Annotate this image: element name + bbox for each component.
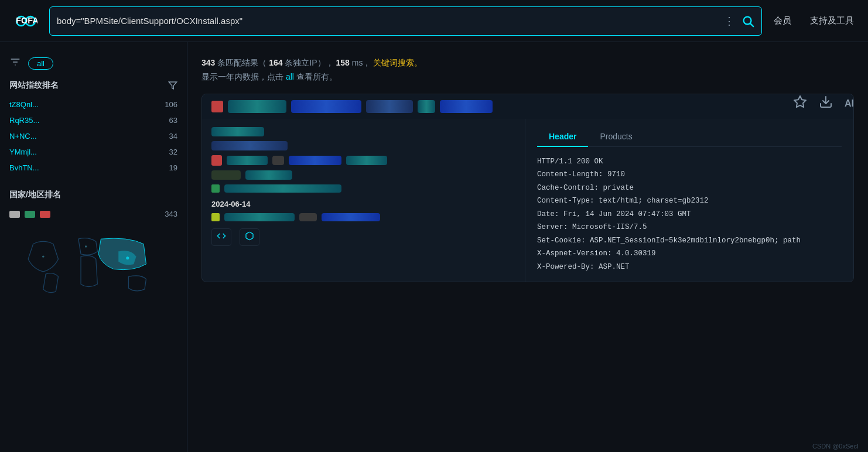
all-link[interactable]: all [286, 72, 294, 81]
tab-products[interactable]: Products [588, 127, 644, 147]
star-button[interactable] [793, 95, 807, 112]
icon-orange [211, 155, 222, 166]
card-row-4 [211, 170, 515, 180]
card-right: Header Products HTTP/1.1 200 OK Content-… [525, 119, 853, 282]
svg-point-11 [85, 245, 87, 247]
header-line-8: X-Powered-By: ASP.NET [537, 261, 842, 274]
result-count: 343 [201, 58, 215, 67]
result-card: 2024-06-14 [201, 94, 854, 283]
tab-bar: Header Products [537, 127, 842, 147]
flag-icon [40, 211, 50, 218]
card-footer-icons [211, 228, 515, 246]
flag-icon [25, 211, 35, 218]
blurred-text6 [211, 170, 241, 180]
rank-item[interactable]: N+NC... 34 [9, 128, 177, 144]
fingerprint-list: tZ8Qnl... 106 RqR35... 63 N+NC... 34 YMm… [9, 97, 177, 176]
header-info-panel: HTTP/1.1 200 OK Content-Length: 9710 Cac… [537, 155, 842, 274]
card-row-5 [211, 184, 515, 193]
header-line-6: Set-Cookie: ASP.NET_SessionId=5k3e2mdbil… [537, 234, 842, 248]
blurred-text4 [289, 156, 341, 165]
rank-item[interactable]: tZ8Qnl... 106 [9, 97, 177, 112]
card-row-1 [211, 127, 515, 136]
card-body: 2024-06-14 [202, 119, 853, 282]
sidebar: all 网站指纹排名 tZ8Qnl... 106 RqR35... 63 [0, 42, 187, 452]
svg-marker-8 [169, 82, 176, 89]
nav-support[interactable]: 支持及工具 [810, 15, 854, 26]
blurred-url [224, 184, 341, 193]
tab-header[interactable]: Header [537, 127, 588, 147]
fingerprint-title: 网站指纹排名 [9, 80, 177, 91]
nav-member[interactable]: 会员 [774, 15, 791, 26]
code-icon-button[interactable] [211, 228, 231, 246]
footer-note: CSDN @0xSecI [812, 443, 859, 450]
header-line-5: Server: Microsoft-IIS/7.5 [537, 221, 842, 234]
card-left: 2024-06-14 [202, 119, 525, 282]
header-line-4: Date: Fri, 14 Jun 2024 07:47:03 GMT [537, 208, 842, 221]
card-top-blurred-row [202, 94, 853, 119]
unique-ip-count: 164 [269, 58, 282, 67]
header-line-1: Content-Length: 9710 [537, 168, 842, 182]
download-button[interactable] [819, 95, 833, 112]
flag-icon-small [211, 101, 223, 112]
header-line-2: Cache-Control: private [537, 182, 842, 195]
svg-marker-13 [794, 96, 806, 107]
header-nav: 会员 支持及工具 [774, 15, 854, 26]
rank-item[interactable]: RqR35... 63 [9, 112, 177, 128]
rank-item[interactable]: BvhTN... 19 [9, 160, 177, 176]
search-button[interactable] [741, 15, 754, 28]
search-input[interactable] [57, 16, 719, 26]
svg-point-10 [42, 255, 44, 257]
cube-icon-button[interactable] [240, 228, 259, 246]
search-bar: ⋮ [49, 6, 762, 36]
blurred-dot [418, 100, 435, 113]
content-actions: AI [793, 95, 854, 112]
app-header: FOFA ⋮ 会员 支持及工具 [0, 0, 868, 42]
filter-row: all [9, 56, 177, 71]
more-icon-button[interactable]: ⋮ [724, 15, 734, 28]
country-section: 国家/地区排名 343 [9, 190, 177, 299]
blurred-text [211, 127, 264, 136]
rank-item[interactable]: YMmjl... 32 [9, 144, 177, 160]
blurred-ip3 [366, 100, 413, 113]
blurred-text8 [224, 213, 295, 221]
main-layout: all 网站指纹排名 tZ8Qnl... 106 RqR35... 63 [0, 42, 868, 452]
filter-all-badge[interactable]: all [28, 57, 53, 70]
svg-line-4 [750, 23, 753, 26]
blurred-ip4 [440, 100, 493, 113]
card-row-6 [211, 213, 515, 221]
world-map [9, 229, 177, 299]
country-title: 国家/地区排名 [9, 190, 177, 200]
blurred-text7 [245, 170, 292, 180]
icon-yellow [211, 213, 220, 221]
svg-point-12 [126, 256, 129, 259]
content-area: 343 条匹配结果（ 164 条独立IP）， 158 ms， 关键词搜索。 显示… [187, 42, 868, 452]
ai-button[interactable]: AI [845, 98, 854, 109]
card-row-3 [211, 155, 515, 166]
flag-icon [9, 211, 20, 218]
blurred-text2 [211, 141, 288, 150]
blurred-text9 [322, 213, 380, 221]
icon-green [211, 184, 220, 193]
country-item[interactable]: 343 [9, 206, 177, 222]
card-row-2 [211, 141, 515, 150]
header-line-7: X-Aspnet-Version: 4.0.30319 [537, 247, 842, 261]
blurred-text5 [346, 156, 387, 165]
card-row-6-inner [211, 213, 515, 221]
blurred-ip [228, 100, 286, 113]
blurred-ip2 [291, 100, 361, 113]
header-line-0: HTTP/1.1 200 OK [537, 155, 842, 169]
card-date: 2024-06-14 [211, 200, 515, 208]
result-summary: 343 条匹配结果（ 164 条独立IP）， 158 ms， 关键词搜索。 显示… [201, 56, 854, 84]
blurred-sep2 [299, 213, 317, 221]
blurred-sep [272, 156, 284, 165]
filter-icon-button[interactable] [9, 56, 21, 71]
header-line-3: Content-Type: text/html; charset=gb2312 [537, 194, 842, 208]
logo: FOFA [14, 9, 37, 33]
fingerprint-section: 网站指纹排名 tZ8Qnl... 106 RqR35... 63 N+NC...… [9, 80, 177, 176]
blurred-text3 [227, 156, 268, 165]
svg-text:FOFA: FOFA [16, 16, 37, 25]
keyword-search-link[interactable]: 关键词搜索。 [373, 58, 422, 67]
